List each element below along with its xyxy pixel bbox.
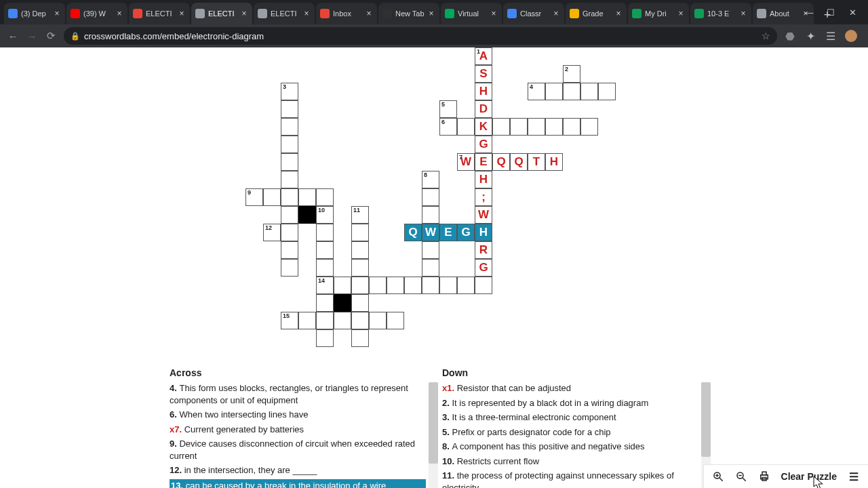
crossword-cell[interactable] — [439, 277, 457, 294]
crossword-cell[interactable] — [316, 188, 334, 206]
crossword-cell[interactable] — [387, 277, 404, 294]
clue[interactable]: 5. Prefix or parts designator code for a… — [442, 426, 698, 439]
crossword-cell[interactable] — [563, 118, 580, 136]
crossword-cell[interactable] — [545, 118, 563, 136]
crossword-cell[interactable] — [457, 118, 475, 136]
crossword-cell[interactable]: 15 — [281, 312, 298, 329]
zoom-in-icon[interactable] — [712, 470, 724, 483]
crossword-cell[interactable] — [351, 277, 369, 294]
crossword-cell[interactable]: Q — [492, 153, 510, 171]
crossword-cell[interactable]: 5 — [439, 100, 457, 118]
browser-tab[interactable]: Inbox× — [316, 3, 377, 24]
crossword-cell[interactable]: K — [475, 118, 492, 136]
crossword-cell[interactable]: 12 — [263, 224, 281, 241]
crossword-cell[interactable] — [563, 83, 580, 100]
crossword-cell[interactable] — [422, 241, 439, 259]
tab-close-icon[interactable]: × — [302, 9, 311, 18]
window-close-button[interactable]: ✕ — [846, 7, 859, 18]
crossword-cell[interactable]: W — [475, 206, 492, 224]
browser-tab[interactable]: ELECTI× — [254, 3, 315, 24]
crossword-cell[interactable] — [457, 277, 475, 294]
crossword-cell[interactable] — [281, 100, 298, 118]
profile-avatar[interactable] — [845, 30, 857, 42]
crossword-cell[interactable] — [316, 329, 334, 347]
reload-button[interactable]: ⟳ — [45, 30, 57, 42]
crossword-cell[interactable] — [281, 171, 298, 188]
crossword-cell[interactable]: H — [545, 153, 563, 171]
crossword-cell[interactable]: H — [475, 224, 492, 241]
crossword-cell[interactable] — [334, 312, 351, 329]
crossword-cell[interactable] — [281, 259, 298, 277]
crossword-cell[interactable] — [422, 206, 439, 224]
tab-close-icon[interactable]: × — [115, 9, 123, 18]
crossword-cell[interactable]: 4 — [528, 83, 545, 100]
browser-tab[interactable]: (39) W× — [66, 3, 127, 24]
crossword-cell[interactable] — [351, 294, 369, 312]
extensions-menu-icon[interactable]: ✦ — [804, 30, 816, 42]
crossword-cell[interactable]: 2 — [563, 65, 580, 83]
tab-close-icon[interactable]: × — [677, 9, 685, 18]
crossword-cell[interactable]: 1A — [475, 47, 492, 65]
crossword-cell[interactable] — [281, 241, 298, 259]
crossword-cell[interactable] — [281, 224, 298, 241]
crossword-cell[interactable]: 14 — [316, 277, 334, 294]
crossword-cell[interactable] — [316, 312, 334, 329]
browser-tab[interactable]: ELECTI× — [129, 3, 190, 24]
crossword-cell[interactable] — [263, 188, 281, 206]
crossword-cell[interactable] — [298, 312, 316, 329]
clue[interactable]: x7. Current generated by batteries — [170, 424, 426, 436]
crossword-cell[interactable] — [316, 294, 334, 312]
crossword-cell[interactable] — [316, 259, 334, 277]
crossword-cell[interactable] — [387, 312, 404, 329]
crossword-cell[interactable]: G — [475, 259, 492, 277]
crossword-cell[interactable]: 6 — [439, 118, 457, 136]
browser-tab[interactable]: New Tab× — [378, 3, 439, 24]
crossword-cell[interactable]: W — [422, 224, 439, 241]
clue[interactable]: 3. It is a three-terminal electronic com… — [442, 411, 698, 424]
print-icon[interactable] — [758, 470, 770, 483]
tab-close-icon[interactable]: × — [739, 9, 747, 18]
clue[interactable]: 11. the process of protecting against un… — [442, 470, 698, 488]
crossword-cell[interactable] — [580, 118, 598, 136]
crossword-cell[interactable] — [316, 241, 334, 259]
crossword-cell[interactable]: H — [475, 171, 492, 188]
crossword-cell[interactable]: 11 — [351, 206, 369, 224]
browser-tab[interactable]: Grade× — [566, 3, 627, 24]
reading-list-icon[interactable]: ☰ — [825, 30, 837, 42]
clue[interactable]: 6. When two intersecting lines have — [170, 409, 426, 421]
window-minimize-button[interactable]: — — [803, 7, 815, 18]
crossword-cell[interactable]: S — [475, 65, 492, 83]
crossword-cell[interactable]: Q — [404, 224, 422, 241]
crossword-cell[interactable] — [351, 329, 369, 347]
clue[interactable]: 2. It is represented by a black dot in a… — [442, 397, 698, 409]
tab-close-icon[interactable]: × — [365, 9, 373, 18]
browser-tab[interactable]: ELECTI× — [191, 3, 252, 24]
crossword-cell[interactable] — [351, 312, 369, 329]
crossword-cell[interactable] — [298, 188, 316, 206]
crossword-cell[interactable] — [281, 153, 298, 171]
crossword-cell[interactable]: E — [439, 224, 457, 241]
tab-close-icon[interactable]: × — [490, 9, 498, 18]
crossword-cell[interactable]: R — [475, 241, 492, 259]
crossword-cell[interactable]: T — [528, 153, 545, 171]
tab-close-icon[interactable]: × — [53, 9, 61, 18]
crossword-cell[interactable] — [369, 312, 387, 329]
crossword-cell[interactable] — [510, 118, 528, 136]
browser-tab[interactable]: My Dri× — [628, 3, 689, 24]
crossword-cell[interactable]: 10 — [316, 206, 334, 224]
crossword-cell[interactable] — [281, 136, 298, 153]
clue[interactable]: 13. can be caused by a break in the insu… — [170, 479, 426, 488]
tab-close-icon[interactable]: × — [427, 9, 435, 18]
tab-close-icon[interactable]: × — [240, 9, 248, 18]
crossword-cell[interactable] — [422, 188, 439, 206]
address-bar[interactable]: 🔒 crosswordlabs.com/embed/electronic-dia… — [64, 27, 777, 45]
crossword-cell[interactable] — [334, 277, 351, 294]
clue[interactable]: 12. in the intersection, they are _____ — [170, 464, 426, 476]
clue[interactable]: x1. Resistor that can be adjusted — [442, 382, 698, 394]
crossword-cell[interactable]: Q — [510, 153, 528, 171]
menu-icon[interactable]: ☰ — [848, 470, 860, 483]
crossword-cell[interactable] — [404, 277, 422, 294]
crossword-cell[interactable] — [369, 277, 387, 294]
crossword-cell[interactable]: H — [475, 83, 492, 100]
crossword-cell[interactable] — [281, 118, 298, 136]
